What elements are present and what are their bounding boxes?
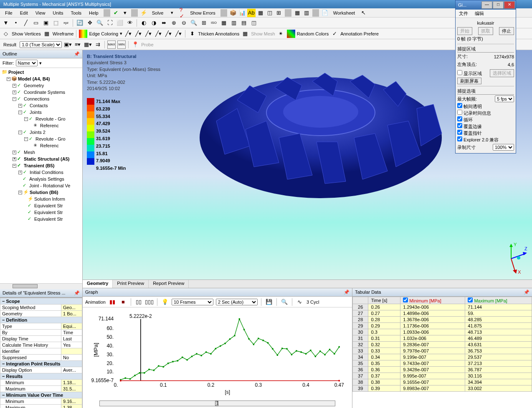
thicken-button[interactable]: Thicken Annotations — [198, 31, 239, 36]
solve-icon[interactable]: ⚡ — [139, 9, 148, 17]
expander-icon[interactable]: + — [13, 157, 16, 161]
view-icon-11[interactable]: ◫ — [250, 19, 258, 27]
filter-select[interactable]: Name — [16, 60, 38, 66]
vertices-icon[interactable]: ◇ — [2, 30, 10, 38]
bars-icon[interactable]: ≡▾ — [73, 40, 82, 49]
worksheet-icon[interactable]: 📄 — [321, 9, 329, 17]
xyz-icon[interactable]: xyz — [62, 19, 70, 27]
pin-icon[interactable]: 📌 — [74, 51, 80, 57]
view-icon-10[interactable]: ▤ — [240, 19, 248, 27]
view-icon-5[interactable]: ⊖ — [180, 19, 188, 27]
export-icon[interactable]: 💾 — [265, 298, 273, 306]
face-icon[interactable]: ▭ — [32, 19, 40, 27]
pin-icon[interactable]: 📌 — [74, 290, 80, 296]
look-icon[interactable]: 👁 — [126, 19, 134, 27]
expander-icon[interactable]: − — [24, 117, 28, 121]
worksheet-button[interactable]: Worksheet — [330, 10, 358, 16]
bulb-icon[interactable]: 💡 — [161, 298, 169, 306]
minimize-button[interactable]: — — [481, 1, 492, 9]
refresh-button[interactable]: 刷新屏幕 — [457, 78, 481, 84]
pause-icon[interactable]: ▮▮ — [108, 298, 117, 306]
chart[interactable]: 9.1655e-710.20.30.40.50.60.71.1440.0.10.… — [83, 307, 352, 400]
edge-5-icon[interactable]: ╱▾ — [164, 30, 172, 38]
tb-icon-1[interactable]: 📦 — [229, 9, 237, 17]
tab-report-preview[interactable]: Report Preview — [149, 280, 189, 288]
tb-icon-7[interactable]: ▦ — [293, 9, 301, 17]
show-mesh-icon[interactable]: ▦ — [241, 30, 249, 38]
pin-icon[interactable]: 📌 — [524, 290, 529, 295]
expander-icon[interactable]: − — [13, 97, 16, 101]
rotate-icon[interactable]: 🔄 — [76, 19, 84, 27]
thicken-icon[interactable]: ⬍ — [188, 30, 196, 38]
view-icon-6[interactable]: 🔍 — [190, 19, 198, 27]
menu-tools[interactable]: Tools — [67, 10, 85, 16]
sweep-icon[interactable]: ⇉ — [94, 40, 102, 49]
menu-help[interactable]: Help — [86, 10, 102, 16]
grab-button[interactable]: 抓取 — [478, 27, 493, 35]
dropdown-icon[interactable]: ▾ — [121, 9, 129, 17]
maximize-button[interactable]: □ — [493, 1, 504, 9]
pan-icon[interactable]: ✥ — [86, 19, 94, 27]
frame-mode2-icon[interactable]: ▯▯▯ — [145, 298, 154, 306]
capture-menu-edit[interactable]: 编辑 — [471, 10, 487, 18]
wireframe-button[interactable]: Wireframe — [53, 31, 74, 36]
frame-trans-check[interactable] — [457, 103, 462, 108]
zoom-icon[interactable]: 🔍 — [96, 19, 104, 27]
check-icon[interactable]: ✔ — [112, 9, 120, 17]
expander-icon[interactable]: + — [18, 171, 22, 174]
stop-icon[interactable]: ■ — [119, 298, 127, 306]
show-region-check[interactable] — [457, 70, 462, 75]
edge-6-icon[interactable]: ╱▾ — [174, 30, 182, 38]
view-icon-3[interactable]: ⬌ — [160, 19, 168, 27]
edge-icon[interactable]: ╱ — [22, 19, 30, 27]
view-icon-4[interactable]: ⊕ — [170, 19, 178, 27]
expander-icon[interactable]: + — [13, 91, 16, 94]
tb-icon-2[interactable]: 📊 — [238, 9, 246, 17]
solve-button[interactable]: Solve — [149, 10, 167, 16]
cover-edge-check[interactable] — [457, 123, 462, 128]
mag-icon[interactable]: 🔍 — [280, 298, 289, 306]
show-mesh-button[interactable]: Show Mesh — [251, 31, 275, 36]
duration-select[interactable]: 2 Sec (Auto) — [216, 299, 258, 305]
menu-edit[interactable]: Edit — [17, 10, 31, 16]
wireframe-icon[interactable]: ▦ — [43, 30, 51, 38]
edge-color-icon[interactable] — [79, 30, 87, 38]
cycle-icon[interactable]: ∿ — [296, 298, 304, 306]
capture-menu-file[interactable]: 文件 — [456, 10, 471, 18]
time-slider[interactable]: 1 — [99, 400, 335, 406]
view-icon-1[interactable]: ◐ — [139, 19, 148, 27]
scrollbar-thumb[interactable] — [13, 284, 38, 288]
cube-icon[interactable]: ▣▾ — [63, 40, 72, 49]
loop-check[interactable] — [457, 116, 462, 121]
close-button[interactable]: ✕ — [504, 1, 515, 9]
pointer-icon[interactable]: ↖ — [359, 9, 367, 17]
select-icon[interactable]: ⬚ — [52, 19, 60, 27]
expander-icon[interactable]: + — [18, 104, 22, 108]
body-icon[interactable]: ▣ — [42, 19, 50, 27]
color-cube-icon[interactable]: ▦▾ — [84, 40, 92, 49]
random-colors-button[interactable]: Random Colors — [297, 31, 329, 36]
expander-icon[interactable]: − — [18, 191, 22, 194]
tb-icon-3[interactable]: Ab — [247, 9, 256, 17]
scale-select[interactable]: 1.0 (True Scale) — [20, 41, 62, 48]
random-icon[interactable]: ✴ — [277, 30, 285, 38]
frames-select[interactable]: 10 Frames — [172, 299, 213, 305]
expander-icon[interactable]: − — [18, 131, 22, 134]
tb-icon-4[interactable]: ▦ — [256, 9, 265, 17]
select-region-button[interactable]: 选择区域 — [490, 69, 514, 77]
edge-4-icon[interactable]: ╱▾ — [154, 30, 162, 38]
probe-icon[interactable]: 📍 — [131, 40, 139, 49]
recsize-select[interactable]: 100% — [493, 144, 514, 151]
fps-select[interactable]: 5 fps — [495, 96, 514, 102]
data-table[interactable]: Time [s] Minimum [MPa] Maximum [MPa] 260… — [352, 297, 532, 392]
vertex-icon[interactable]: • — [12, 19, 20, 27]
record-time-check[interactable] — [457, 110, 462, 115]
min-checkbox[interactable] — [403, 297, 408, 302]
view-icon-8[interactable]: ▦ — [220, 19, 228, 27]
menu-file[interactable]: File — [2, 10, 16, 16]
show-vertices-button[interactable]: Show Vertices — [12, 31, 41, 36]
max-checkbox[interactable] — [468, 297, 473, 302]
tb-icon-6[interactable]: ⊞ — [275, 9, 283, 17]
tab-print-preview[interactable]: Print Preview — [113, 280, 149, 288]
cover-pointer-check[interactable] — [457, 130, 462, 135]
